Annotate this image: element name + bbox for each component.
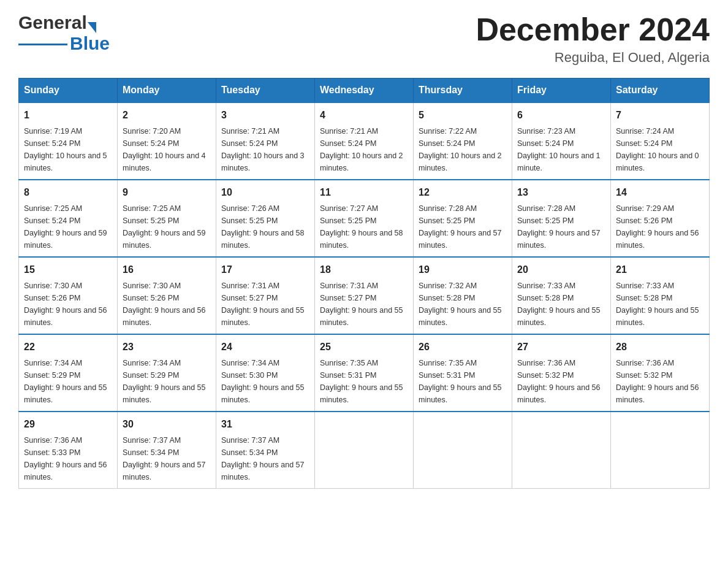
- day-info: Sunrise: 7:34 AM Sunset: 5:29 PM Dayligh…: [24, 357, 112, 406]
- day-info: Sunrise: 7:28 AM Sunset: 5:25 PM Dayligh…: [517, 202, 605, 251]
- table-row: 3 Sunrise: 7:21 AM Sunset: 5:24 PM Dayli…: [216, 102, 315, 180]
- day-info: Sunrise: 7:31 AM Sunset: 5:27 PM Dayligh…: [320, 280, 408, 329]
- calendar-table: Sunday Monday Tuesday Wednesday Thursday…: [18, 78, 710, 489]
- day-number: 10: [221, 185, 309, 200]
- logo: General Blue: [18, 12, 110, 54]
- table-row: 19 Sunrise: 7:32 AM Sunset: 5:28 PM Dayl…: [414, 257, 512, 334]
- header-sunday: Sunday: [19, 79, 118, 103]
- logo-triangle-icon: [88, 22, 96, 33]
- day-number: 6: [517, 108, 605, 123]
- day-info: Sunrise: 7:26 AM Sunset: 5:25 PM Dayligh…: [221, 202, 309, 251]
- header-tuesday: Tuesday: [216, 79, 315, 103]
- day-info: Sunrise: 7:20 AM Sunset: 5:24 PM Dayligh…: [123, 125, 211, 174]
- day-number: 29: [24, 417, 112, 432]
- day-number: 1: [24, 108, 112, 123]
- day-number: 18: [320, 262, 408, 277]
- day-number: 14: [616, 185, 704, 200]
- day-number: 20: [517, 262, 605, 277]
- day-info: Sunrise: 7:35 AM Sunset: 5:31 PM Dayligh…: [419, 357, 507, 406]
- day-number: 16: [123, 262, 211, 277]
- table-row: 24 Sunrise: 7:34 AM Sunset: 5:30 PM Dayl…: [216, 334, 315, 412]
- day-info: Sunrise: 7:27 AM Sunset: 5:25 PM Dayligh…: [320, 202, 408, 251]
- day-number: 23: [123, 340, 211, 354]
- day-number: 30: [123, 417, 211, 432]
- table-row: 4 Sunrise: 7:21 AM Sunset: 5:24 PM Dayli…: [315, 102, 414, 180]
- day-info: Sunrise: 7:21 AM Sunset: 5:24 PM Dayligh…: [221, 125, 309, 174]
- calendar-body: 1 Sunrise: 7:19 AM Sunset: 5:24 PM Dayli…: [19, 102, 710, 489]
- header-saturday: Saturday: [611, 79, 710, 103]
- day-info: Sunrise: 7:19 AM Sunset: 5:24 PM Dayligh…: [24, 125, 112, 174]
- day-number: 21: [616, 262, 704, 277]
- day-info: Sunrise: 7:37 AM Sunset: 5:34 PM Dayligh…: [123, 434, 211, 483]
- day-info: Sunrise: 7:37 AM Sunset: 5:34 PM Dayligh…: [221, 434, 309, 483]
- table-row: [315, 412, 414, 489]
- month-title: December 2024: [476, 12, 710, 47]
- table-row: 27 Sunrise: 7:36 AM Sunset: 5:32 PM Dayl…: [512, 334, 611, 412]
- table-row: [414, 412, 512, 489]
- header-friday: Friday: [512, 79, 611, 103]
- day-info: Sunrise: 7:36 AM Sunset: 5:33 PM Dayligh…: [24, 434, 112, 483]
- day-number: 28: [616, 340, 704, 354]
- day-info: Sunrise: 7:33 AM Sunset: 5:28 PM Dayligh…: [616, 280, 704, 329]
- table-row: 11 Sunrise: 7:27 AM Sunset: 5:25 PM Dayl…: [315, 180, 414, 257]
- day-info: Sunrise: 7:29 AM Sunset: 5:26 PM Dayligh…: [616, 202, 704, 251]
- calendar-header: Sunday Monday Tuesday Wednesday Thursday…: [19, 79, 710, 103]
- day-number: 26: [419, 340, 507, 354]
- table-row: 31 Sunrise: 7:37 AM Sunset: 5:34 PM Dayl…: [216, 412, 315, 489]
- header-thursday: Thursday: [414, 79, 512, 103]
- location-subtitle: Reguiba, El Oued, Algeria: [476, 50, 710, 66]
- day-info: Sunrise: 7:22 AM Sunset: 5:24 PM Dayligh…: [419, 125, 507, 174]
- header-wednesday: Wednesday: [315, 79, 414, 103]
- day-info: Sunrise: 7:30 AM Sunset: 5:26 PM Dayligh…: [24, 280, 112, 329]
- day-info: Sunrise: 7:24 AM Sunset: 5:24 PM Dayligh…: [616, 125, 704, 174]
- day-number: 12: [419, 185, 507, 200]
- title-section: December 2024 Reguiba, El Oued, Algeria: [476, 12, 710, 66]
- day-info: Sunrise: 7:34 AM Sunset: 5:30 PM Dayligh…: [221, 357, 309, 406]
- day-info: Sunrise: 7:34 AM Sunset: 5:29 PM Dayligh…: [123, 357, 211, 406]
- header-monday: Monday: [118, 79, 216, 103]
- table-row: 20 Sunrise: 7:33 AM Sunset: 5:28 PM Dayl…: [512, 257, 611, 334]
- page-header: General Blue December 2024 Reguiba, El O…: [18, 12, 710, 66]
- day-number: 31: [221, 417, 309, 432]
- day-info: Sunrise: 7:36 AM Sunset: 5:32 PM Dayligh…: [616, 357, 704, 406]
- day-number: 5: [419, 108, 507, 123]
- table-row: [512, 412, 611, 489]
- day-number: 11: [320, 185, 408, 200]
- table-row: 2 Sunrise: 7:20 AM Sunset: 5:24 PM Dayli…: [118, 102, 216, 180]
- table-row: 5 Sunrise: 7:22 AM Sunset: 5:24 PM Dayli…: [414, 102, 512, 180]
- day-number: 27: [517, 340, 605, 354]
- day-info: Sunrise: 7:33 AM Sunset: 5:28 PM Dayligh…: [517, 280, 605, 329]
- table-row: 10 Sunrise: 7:26 AM Sunset: 5:25 PM Dayl…: [216, 180, 315, 257]
- table-row: 25 Sunrise: 7:35 AM Sunset: 5:31 PM Dayl…: [315, 334, 414, 412]
- table-row: 22 Sunrise: 7:34 AM Sunset: 5:29 PM Dayl…: [19, 334, 118, 412]
- day-info: Sunrise: 7:25 AM Sunset: 5:25 PM Dayligh…: [123, 202, 211, 251]
- day-info: Sunrise: 7:32 AM Sunset: 5:28 PM Dayligh…: [419, 280, 507, 329]
- table-row: 16 Sunrise: 7:30 AM Sunset: 5:26 PM Dayl…: [118, 257, 216, 334]
- table-row: 17 Sunrise: 7:31 AM Sunset: 5:27 PM Dayl…: [216, 257, 315, 334]
- day-info: Sunrise: 7:23 AM Sunset: 5:24 PM Dayligh…: [517, 125, 605, 174]
- day-info: Sunrise: 7:28 AM Sunset: 5:25 PM Dayligh…: [419, 202, 507, 251]
- day-number: 4: [320, 108, 408, 123]
- table-row: 28 Sunrise: 7:36 AM Sunset: 5:32 PM Dayl…: [611, 334, 710, 412]
- logo-blue-text: Blue: [70, 33, 110, 54]
- day-info: Sunrise: 7:25 AM Sunset: 5:24 PM Dayligh…: [24, 202, 112, 251]
- day-number: 9: [123, 185, 211, 200]
- table-row: 30 Sunrise: 7:37 AM Sunset: 5:34 PM Dayl…: [118, 412, 216, 489]
- table-row: 6 Sunrise: 7:23 AM Sunset: 5:24 PM Dayli…: [512, 102, 611, 180]
- table-row: 8 Sunrise: 7:25 AM Sunset: 5:24 PM Dayli…: [19, 180, 118, 257]
- day-info: Sunrise: 7:21 AM Sunset: 5:24 PM Dayligh…: [320, 125, 408, 174]
- table-row: 21 Sunrise: 7:33 AM Sunset: 5:28 PM Dayl…: [611, 257, 710, 334]
- table-row: 13 Sunrise: 7:28 AM Sunset: 5:25 PM Dayl…: [512, 180, 611, 257]
- table-row: [611, 412, 710, 489]
- day-number: 19: [419, 262, 507, 277]
- table-row: 15 Sunrise: 7:30 AM Sunset: 5:26 PM Dayl…: [19, 257, 118, 334]
- day-info: Sunrise: 7:31 AM Sunset: 5:27 PM Dayligh…: [221, 280, 309, 329]
- table-row: 23 Sunrise: 7:34 AM Sunset: 5:29 PM Dayl…: [118, 334, 216, 412]
- table-row: 14 Sunrise: 7:29 AM Sunset: 5:26 PM Dayl…: [611, 180, 710, 257]
- day-number: 2: [123, 108, 211, 123]
- day-number: 7: [616, 108, 704, 123]
- table-row: 7 Sunrise: 7:24 AM Sunset: 5:24 PM Dayli…: [611, 102, 710, 180]
- day-number: 15: [24, 262, 112, 277]
- day-info: Sunrise: 7:35 AM Sunset: 5:31 PM Dayligh…: [320, 357, 408, 406]
- table-row: 18 Sunrise: 7:31 AM Sunset: 5:27 PM Dayl…: [315, 257, 414, 334]
